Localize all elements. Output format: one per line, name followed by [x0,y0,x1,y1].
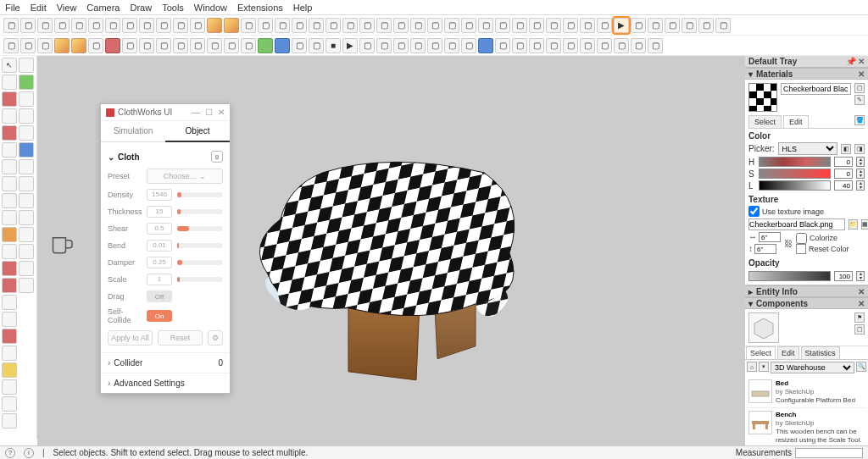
menu-tools[interactable]: Tools [162,3,184,13]
info-icon[interactable]: ? [5,448,15,458]
materials-tab-edit[interactable]: Edit [783,115,809,128]
tool-icon[interactable]: ▢ [461,18,476,33]
tool-icon[interactable]: ▢ [580,38,595,53]
tool-icon[interactable]: ▢ [444,38,459,53]
tool-icon[interactable]: ▢ [495,38,510,53]
tool-icon[interactable] [2,142,17,158]
select-tool-icon[interactable]: ↖ [2,58,17,73]
tool-icon[interactable] [105,38,120,53]
tool-icon[interactable]: ▢ [139,18,154,33]
s-spinner[interactable]: ▴▾ [856,169,865,179]
component-source-select[interactable]: 3D Warehouse [771,362,854,373]
help-icon[interactable]: i [24,448,34,458]
shear-slider[interactable] [177,226,223,231]
tool-icon[interactable] [19,193,34,208]
tool-icon[interactable] [478,38,493,53]
tool-icon[interactable]: ▢ [563,38,578,53]
tool-icon[interactable]: ▢ [258,18,273,33]
tool-icon[interactable]: ▢ [190,38,205,53]
tool-icon[interactable] [71,38,86,53]
tray-title[interactable]: Default Tray 📌✕ [745,56,868,68]
tool-icon[interactable]: ▢ [292,18,307,33]
tool-icon[interactable] [19,176,34,191]
tool-icon[interactable]: ▢ [37,38,53,53]
l-value[interactable] [834,180,853,191]
tool-icon[interactable]: ▢ [546,38,561,53]
tool-icon[interactable]: ▢ [529,18,544,33]
tool-icon[interactable]: ▢ [546,18,561,33]
tool-icon[interactable]: ▢ [20,18,36,33]
reset-color-swatch[interactable] [796,244,806,254]
tool-icon[interactable]: ▢ [105,18,120,33]
tool-icon[interactable] [2,362,17,378]
tool-icon[interactable]: ▢ [241,18,256,33]
colorize-checkbox[interactable] [796,233,807,244]
tool-icon[interactable]: ▢ [309,18,324,33]
tool-icon[interactable] [2,329,17,344]
paint-bucket-icon[interactable]: 🪣 [854,115,865,125]
shear-value[interactable]: 0.5 [147,223,172,235]
picker-select[interactable]: HLS [778,142,837,155]
texture-height[interactable] [754,244,776,254]
menu-view[interactable]: View [57,3,77,13]
tool-icon[interactable]: ▢ [563,18,578,33]
create-material-icon[interactable]: ▢ [854,83,865,93]
tool-icon[interactable] [2,278,17,293]
opacity-slider[interactable] [748,271,831,281]
texture-file-input[interactable] [748,218,845,230]
maximize-icon[interactable]: ☐ [205,108,213,117]
tool-icon[interactable] [2,91,17,107]
tool-icon[interactable]: ▢ [376,18,392,33]
l-spinner[interactable]: ▴▾ [856,180,865,191]
h-slider[interactable] [759,157,831,167]
tool-icon[interactable]: ▢ [309,38,324,53]
menu-camera[interactable]: Camera [86,3,120,13]
opacity-value[interactable] [834,271,853,281]
menu-help[interactable]: Help [293,3,313,13]
tool-icon[interactable]: ▢ [37,18,53,33]
tool-icon[interactable]: ▢ [427,18,442,33]
tool-icon[interactable] [2,413,17,429]
tool-icon[interactable]: ▢ [665,18,680,33]
l-slider[interactable] [759,180,831,191]
tab-object[interactable]: Object [165,121,230,142]
section-advanced-header[interactable]: › Advanced Settings [101,373,230,393]
tool-icon[interactable] [207,18,222,33]
tool-icon[interactable] [19,91,34,107]
clothworks-dialog[interactable]: ClothWorks UI — ☐ ✕ Simulation Object ⌄ … [100,103,231,394]
tool-icon[interactable]: ▢ [648,18,663,33]
tool-icon[interactable]: ▢ [275,18,290,33]
tool-icon[interactable]: ▢ [173,38,188,53]
tool-icon-highlighted[interactable]: ▶ [614,18,629,33]
tool-icon[interactable]: ▢ [580,18,595,33]
materials-tab-select[interactable]: Select [748,115,782,128]
measurements-input[interactable] [795,448,863,458]
menu-draw[interactable]: Draw [130,3,152,13]
close-icon[interactable]: ✕ [218,108,225,117]
components-tab-select[interactable]: Select [746,346,776,359]
tool-icon[interactable]: ▢ [682,18,697,33]
close-icon[interactable]: ✕ [858,57,865,66]
tool-icon[interactable] [2,125,17,141]
tool-icon[interactable] [2,244,17,259]
menu-window[interactable]: Window [194,3,227,13]
tool-icon[interactable] [2,312,17,327]
tool-icon[interactable] [2,295,17,310]
tool-icon[interactable] [2,108,17,124]
tool-icon[interactable]: ▢ [359,38,375,53]
tool-icon[interactable]: ▢ [393,18,409,33]
tool-icon[interactable]: ▢ [631,18,646,33]
tool-icon[interactable] [19,244,34,259]
tool-icon[interactable]: ▢ [71,18,86,33]
tool-icon[interactable] [2,396,17,412]
tool-icon[interactable]: ▢ [3,38,19,53]
self-collide-toggle[interactable]: On [147,310,172,322]
tool-icon[interactable] [2,176,17,191]
scale-slider[interactable] [177,277,223,282]
tab-simulation[interactable]: Simulation [101,121,165,142]
reset-button[interactable]: Reset [158,330,203,346]
menu-extensions[interactable]: Extensions [237,3,283,13]
bend-value[interactable]: 0.01 [147,240,172,252]
tool-icon[interactable] [258,38,273,53]
tool-icon[interactable] [19,210,34,225]
